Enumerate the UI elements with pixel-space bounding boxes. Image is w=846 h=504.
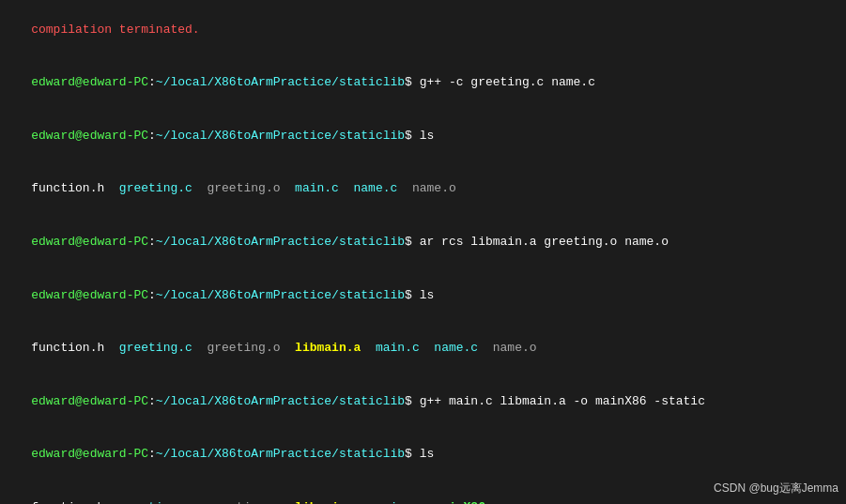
terminal-line: function.h greeting.c greeting.o main.c … [2,163,844,217]
terminal: compilation terminated. edward@edward-PC… [0,0,846,504]
terminal-line: edward@edward-PC:~/local/X86toArmPractic… [2,428,844,481]
prompt-user: edward@edward-PC [31,75,148,89]
terminal-line: edward@edward-PC:~/local/X86toArmPractic… [2,57,844,111]
watermark: CSDN @bug远离Jemma [714,481,838,496]
text-span: compilation terminated. [31,23,199,37]
terminal-line: edward@edward-PC:~/local/X86toArmPractic… [2,269,844,323]
terminal-line: edward@edward-PC:~/local/X86toArmPractic… [2,110,844,163]
terminal-line: compilation terminated. [2,4,844,57]
prompt-path: ~/local/X86toArmPractice/staticlib [156,75,405,89]
terminal-line: edward@edward-PC:~/local/X86toArmPractic… [2,216,844,269]
terminal-line: edward@edward-PC:~/local/X86toArmPractic… [2,375,844,429]
terminal-line: function.h greeting.c greeting.o libmain… [2,322,844,375]
